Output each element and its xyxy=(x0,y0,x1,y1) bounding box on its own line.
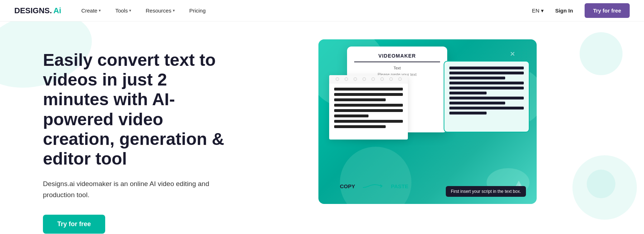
hero-description: Designs.ai videomaker is an online AI vi… xyxy=(43,179,222,200)
text-line xyxy=(334,109,403,112)
paste-line xyxy=(449,77,505,79)
nav-links: Create ▾ Tools ▾ Resources ▾ Pricing xyxy=(75,5,532,16)
nav-item-create[interactable]: Create ▾ xyxy=(75,5,107,16)
notebook-ring xyxy=(371,77,375,81)
logo-ai-text: Ai xyxy=(53,6,61,15)
copy-label: COPY xyxy=(340,183,355,189)
nav-item-resources[interactable]: Resources ▾ xyxy=(140,5,181,16)
videomaker-underline xyxy=(354,62,440,62)
paste-line xyxy=(449,92,487,94)
paste-line xyxy=(449,82,524,84)
tooltip: First insert your script in the text box… xyxy=(446,186,526,197)
try-for-free-button-hero[interactable]: Try for free xyxy=(43,215,105,234)
paste-line xyxy=(449,87,524,89)
logo[interactable]: DESIGNS.Ai xyxy=(14,6,61,15)
notebook-ring xyxy=(389,77,393,81)
hero-title: Easily convert text to videos in just 2 … xyxy=(43,50,236,169)
chevron-down-icon: ▾ xyxy=(173,8,175,13)
hero-illustration: ✕ ✕ VIDEOMAKER Text Please paste your te… xyxy=(318,39,537,218)
hero-section: Easily convert text to videos in just 2 … xyxy=(0,21,644,234)
notebook-ring xyxy=(398,77,402,81)
sign-in-button[interactable]: Sign In xyxy=(550,5,579,16)
paste-line xyxy=(449,67,524,69)
hero-content: Easily convert text to videos in just 2 … xyxy=(0,21,250,234)
dots-decoration xyxy=(512,47,533,61)
text-line xyxy=(334,98,386,101)
logo-text: DESIGNS. xyxy=(14,6,52,15)
chevron-down-icon: ▾ xyxy=(99,8,101,13)
notebook-lines xyxy=(329,83,408,132)
language-selector[interactable]: EN ▾ xyxy=(532,8,544,14)
text-line xyxy=(334,120,403,123)
chevron-down-icon: ▾ xyxy=(541,8,544,14)
teal-blob-2 xyxy=(340,147,411,204)
tab-text[interactable]: Text xyxy=(394,66,401,70)
videomaker-tabs: Text xyxy=(354,66,440,70)
text-line xyxy=(334,125,386,128)
try-for-free-button-nav[interactable]: Try for free xyxy=(585,3,630,18)
hero-right-blob-sm xyxy=(587,170,615,198)
paste-line xyxy=(449,102,505,104)
hero-right-blob-top xyxy=(580,32,623,75)
paste-line xyxy=(449,107,524,109)
paste-line xyxy=(449,112,487,114)
text-line xyxy=(334,88,403,91)
copy-paste-area: COPY PASTE xyxy=(340,182,408,190)
notebook-ring xyxy=(336,77,339,81)
chevron-down-icon: ▾ xyxy=(129,8,131,13)
notebook-rings xyxy=(329,75,408,83)
nav-right: EN ▾ Sign In Try for free xyxy=(532,3,630,18)
notebook-ring xyxy=(345,77,348,81)
paste-line xyxy=(449,97,524,99)
paste-card xyxy=(444,61,530,132)
paste-line xyxy=(449,72,524,74)
copy-paste-arrow-icon xyxy=(362,182,384,190)
notebook-ring xyxy=(353,77,357,81)
text-line xyxy=(334,114,369,117)
videomaker-title: VIDEOMAKER xyxy=(354,53,440,59)
text-line xyxy=(334,104,403,107)
nav-item-pricing[interactable]: Pricing xyxy=(184,5,211,16)
navbar: DESIGNS.Ai Create ▾ Tools ▾ Resources ▾ … xyxy=(0,0,644,21)
nav-item-tools[interactable]: Tools ▾ xyxy=(109,5,137,16)
notebook-card xyxy=(329,75,408,140)
paste-label: PASTE xyxy=(391,183,409,189)
notebook-ring xyxy=(362,77,366,81)
text-line xyxy=(334,93,403,96)
notebook-ring xyxy=(380,77,384,81)
